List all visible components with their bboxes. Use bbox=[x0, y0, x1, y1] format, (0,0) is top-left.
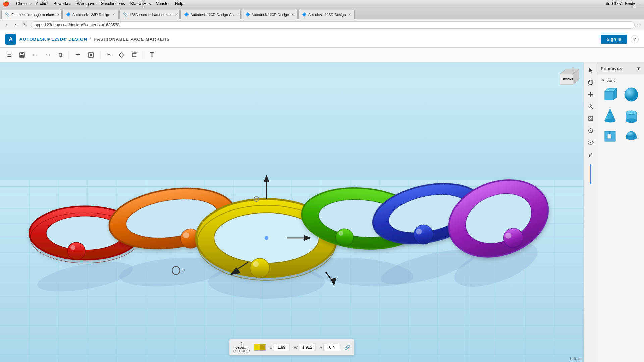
basic-text: Basic bbox=[606, 78, 615, 82]
copy-button[interactable]: ⧉ bbox=[55, 50, 66, 60]
orbit-tool-button[interactable] bbox=[585, 77, 596, 88]
svg-point-56 bbox=[70, 245, 75, 250]
primitives-dropdown-icon: ▼ bbox=[636, 66, 641, 71]
length-field: L bbox=[270, 344, 290, 351]
mac-menu-venster[interactable]: Venster bbox=[156, 1, 170, 6]
solid-button[interactable] bbox=[129, 50, 140, 60]
forward-button[interactable]: › bbox=[12, 21, 19, 29]
zoom-extents-button[interactable] bbox=[585, 125, 596, 136]
view-cube[interactable]: FRONT bbox=[557, 66, 580, 89]
primitive-cube[interactable] bbox=[601, 85, 620, 104]
basic-collapse-icon: ▼ bbox=[601, 78, 605, 82]
tab-favicon: 📎 bbox=[5, 12, 10, 17]
reload-button[interactable]: ↻ bbox=[21, 21, 29, 29]
select-tool-button[interactable] bbox=[585, 65, 596, 76]
mac-menu-geschiedenis[interactable]: Geschiedenis bbox=[101, 1, 125, 6]
status-bar: 1 OBJECT SELECTED L W H 🔗 bbox=[229, 339, 354, 355]
svg-rect-110 bbox=[589, 117, 593, 121]
mac-menu-help[interactable]: Help bbox=[175, 1, 183, 6]
tab-close-icon-6[interactable]: ✕ bbox=[348, 13, 351, 16]
fit-tool-button[interactable] bbox=[585, 113, 596, 124]
basic-section: ▼ Basic bbox=[597, 74, 644, 149]
tab-123d-design-ch[interactable]: 🔷 Autodesk 123D Design Ch... ✕ bbox=[180, 10, 241, 19]
svg-point-55 bbox=[68, 242, 85, 260]
help-button[interactable]: ? bbox=[631, 35, 639, 43]
redo-button[interactable]: ↪ bbox=[42, 50, 53, 60]
svg-point-93 bbox=[265, 236, 269, 240]
transform-button[interactable]: ✂ bbox=[103, 50, 114, 60]
main-layout: ○ FRONT Unit: cm 1 bbox=[0, 62, 644, 362]
svg-point-4 bbox=[90, 54, 92, 56]
text-button[interactable]: T bbox=[147, 50, 157, 60]
chrome-tab-bar: 📎 Fashionable page markers ✕ 🔷 Autodesk … bbox=[0, 7, 644, 19]
address-input[interactable] bbox=[31, 21, 635, 29]
tab-close-icon-4[interactable]: ✕ bbox=[239, 13, 240, 16]
tab-label-3: 123D secret chamber kni... bbox=[129, 13, 173, 17]
height-input[interactable] bbox=[324, 344, 340, 351]
toolbar-separator-2 bbox=[100, 51, 100, 59]
tab-label-5: Autodesk 123D Design bbox=[252, 13, 289, 17]
sign-in-button[interactable]: Sign In bbox=[601, 35, 627, 44]
tab-close-icon[interactable]: ✕ bbox=[57, 13, 60, 16]
svg-point-119 bbox=[590, 142, 591, 143]
svg-point-111 bbox=[590, 118, 592, 120]
svg-rect-2 bbox=[20, 55, 24, 57]
mac-menu-weergave[interactable]: Weergave bbox=[77, 1, 95, 6]
viewport[interactable]: ○ FRONT Unit: cm 1 bbox=[0, 62, 584, 362]
material-button[interactable] bbox=[116, 50, 127, 60]
height-field: H bbox=[320, 344, 340, 351]
snap-button[interactable] bbox=[86, 50, 96, 60]
tab-secret-chamber[interactable]: 📎 123D secret chamber kni... ✕ bbox=[119, 10, 180, 19]
mac-menu-bladwijzers[interactable]: Bladwijzers bbox=[130, 1, 151, 6]
svg-point-99 bbox=[572, 68, 574, 70]
mac-menu-archief[interactable]: Archief bbox=[36, 1, 48, 6]
tab-close-icon-2[interactable]: ✕ bbox=[112, 13, 115, 16]
tab-123d-design-3[interactable]: 🔷 Autodesk 123D Design ✕ bbox=[298, 10, 355, 19]
view-toggle-button[interactable] bbox=[585, 137, 596, 148]
primitive-cylinder[interactable] bbox=[622, 106, 641, 125]
undo-button[interactable]: ↩ bbox=[30, 50, 40, 60]
primitive-half-sphere[interactable] bbox=[622, 127, 641, 145]
tab-label-2: Autodesk 123D Design bbox=[72, 13, 110, 17]
tab-label: Fashionable page markers bbox=[11, 13, 55, 17]
svg-marker-105 bbox=[592, 94, 593, 95]
object-color-swatch[interactable] bbox=[254, 344, 266, 351]
zoom-tool-button[interactable] bbox=[585, 101, 596, 112]
tab-close-icon-3[interactable]: ✕ bbox=[175, 13, 178, 16]
link-dimensions-icon[interactable]: 🔗 bbox=[344, 345, 350, 350]
tab-123d-design-1[interactable]: 🔷 Autodesk 123D Design ✕ bbox=[62, 10, 119, 19]
width-input[interactable] bbox=[299, 344, 316, 351]
mac-time: do 16:07 bbox=[606, 1, 622, 6]
svg-point-129 bbox=[626, 119, 637, 123]
primitives-label: Primitives bbox=[601, 66, 622, 71]
save-button[interactable] bbox=[17, 50, 28, 60]
object-selected-label: OBJECT SELECTED bbox=[233, 346, 250, 353]
object-count: 1 bbox=[240, 341, 243, 346]
basic-label[interactable]: ▼ Basic bbox=[599, 77, 642, 84]
add-button[interactable]: + bbox=[73, 50, 84, 60]
pan-tool-button[interactable] bbox=[585, 89, 596, 100]
paint-button[interactable] bbox=[585, 149, 596, 160]
app-header: A AUTODESK® 123D® DESIGN \ FASHIONABLE P… bbox=[0, 31, 644, 48]
tab-fashionable-page-markers[interactable]: 📎 Fashionable page markers ✕ bbox=[1, 10, 62, 19]
length-input[interactable] bbox=[273, 344, 290, 351]
length-label: L bbox=[270, 345, 272, 349]
primitives-header[interactable]: Primitives ▼ bbox=[597, 62, 644, 74]
svg-point-120 bbox=[589, 156, 590, 157]
tab-label-4: Autodesk 123D Design Ch... bbox=[191, 13, 237, 17]
svg-point-67 bbox=[253, 261, 259, 267]
tab-favicon-6: 🔷 bbox=[302, 12, 307, 17]
primitive-sphere[interactable] bbox=[622, 85, 641, 104]
primitive-bracket[interactable] bbox=[601, 127, 620, 145]
mac-right-items: do 16:07 Emily ---- bbox=[606, 1, 641, 6]
tab-close-icon-5[interactable]: ✕ bbox=[291, 13, 294, 16]
primitive-cone[interactable] bbox=[601, 106, 620, 125]
tab-123d-design-2[interactable]: 🔷 Autodesk 123D Design ✕ bbox=[241, 10, 298, 19]
bookmark-star-icon[interactable]: ☆ bbox=[637, 22, 641, 28]
primitives-sidebar: Primitives ▼ ▼ Basic bbox=[597, 62, 644, 362]
mac-user: Emily ---- bbox=[625, 1, 641, 6]
back-button[interactable]: ‹ bbox=[3, 21, 10, 29]
menu-button[interactable]: ☰ bbox=[4, 50, 15, 60]
logo-letter: A bbox=[9, 36, 13, 42]
mac-menu-bewerken[interactable]: Bewerken bbox=[54, 1, 71, 6]
